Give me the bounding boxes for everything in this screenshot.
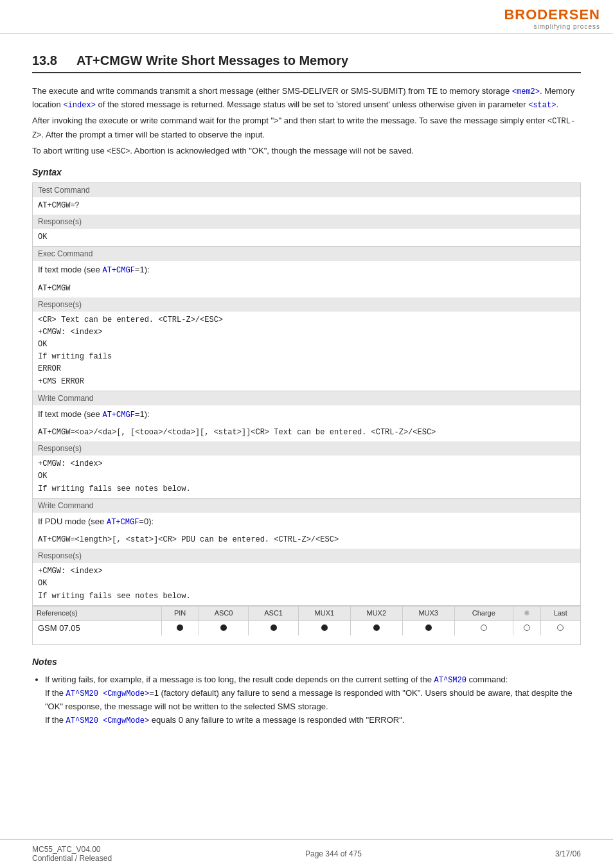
reference-table: Reference(s) PIN ASC0 ASC1 MUX1 MUX2 MUX… <box>33 606 580 635</box>
dot-empty-last <box>557 624 564 631</box>
test-command-response: OK <box>33 229 581 247</box>
ref-charge-dot <box>454 620 513 635</box>
desc-para1: The execute and write commands transmit … <box>32 85 581 112</box>
write-text-responses-label-row: Response(s) <box>33 441 581 456</box>
ref-header-asc1: ASC1 <box>249 606 299 620</box>
syntax-table: Test Command AT+CMGW=? Response(s) OK Ex… <box>32 182 581 645</box>
reference-section: Reference(s) PIN ASC0 ASC1 MUX1 MUX2 MUX… <box>33 605 581 644</box>
test-command-label: Test Command <box>33 182 581 197</box>
exec-command-response-row: <CR> Text can be entered. <CTRL-Z>/<ESC>… <box>33 312 581 391</box>
ref-header-pin: PIN <box>161 606 199 620</box>
write-text-code-row: AT+CMGW=<oa>/<da>[, [<tooa>/<toda>][, <s… <box>33 424 581 441</box>
write-pdu-mode-link[interactable]: AT+CMGF <box>107 518 139 527</box>
desc-para3: To abort writing use <ESC>. Abortion is … <box>32 145 581 158</box>
dot-filled-asc1 <box>271 624 277 631</box>
ref-pin-dot <box>161 620 199 635</box>
dot-empty-charge <box>481 624 487 631</box>
exec-command-code-row: AT+CMGW <box>33 280 581 297</box>
logo-text: BRODERSEN <box>504 6 600 23</box>
exec-command-code: AT+CMGW <box>33 280 581 297</box>
write-pdu-response-row: +CMGW: <index> OK If writing fails see n… <box>33 563 581 605</box>
ref-header-mux3: MUX3 <box>402 606 454 620</box>
footer-center: Page 344 of 475 <box>305 849 362 858</box>
write-pdu-responses-label: Response(s) <box>33 549 581 563</box>
write-text-label: Write Command <box>33 391 581 405</box>
ref-last-dot <box>540 620 580 635</box>
footer-left: MC55_ATC_V04.00 Confidential / Released <box>32 845 112 863</box>
exec-command-mode: If text mode (see AT+CMGF=1): <box>33 261 581 279</box>
dot-filled-mux1 <box>321 624 328 631</box>
section-title: AT+CMGW Write Short Messages to Memory <box>76 53 348 68</box>
note-item-1: If writing fails, for example, if a mess… <box>45 673 581 727</box>
ref-table-row: GSM 07.05 <box>33 620 580 635</box>
ref-icon-dot <box>513 620 540 635</box>
write-text-header-row: Write Command <box>33 391 581 405</box>
ref-header-last: Last <box>540 606 580 620</box>
write-text-code: AT+CMGW=<oa>/<da>[, [<tooa>/<toda>][, <s… <box>33 424 581 441</box>
ref-header-asc0: ASC0 <box>199 606 249 620</box>
test-command-header-row: Test Command <box>33 182 581 197</box>
write-text-mode: If text mode (see AT+CMGF=1): <box>33 405 581 424</box>
ref-mux1-dot <box>298 620 350 635</box>
page-footer: MC55_ATC_V04.00 Confidential / Released … <box>0 839 613 868</box>
page-header: BRODERSEN simplifying process <box>0 0 613 34</box>
write-text-mode-link[interactable]: AT+CMGF <box>102 411 134 420</box>
note-link-sm20-sub1[interactable]: AT^SM20 <CmgwMode> <box>66 689 150 698</box>
exec-command-mode-row: If text mode (see AT+CMGF=1): <box>33 261 581 279</box>
write-pdu-mode-row: If PDU mode (see AT+CMGF=0): <box>33 513 581 531</box>
notes-heading: Notes <box>32 657 581 667</box>
dot-filled-mux2 <box>373 624 380 631</box>
exec-command-link[interactable]: AT+CMGF <box>102 266 134 275</box>
write-text-response: +CMGW: <index> OK If writing fails see n… <box>33 456 581 498</box>
test-command-responses-label: Response(s) <box>33 215 581 229</box>
dot-filled-pin <box>177 624 183 631</box>
footer-doc-id: MC55_ATC_V04.00 <box>32 845 112 854</box>
write-pdu-header-row: Write Command <box>33 498 581 513</box>
dot-filled-asc0 <box>220 624 227 631</box>
write-pdu-code: AT+CMGW=<length>[, <stat>]<CR> PDU can b… <box>33 531 581 549</box>
ref-header-icon: ⚛ <box>513 606 540 620</box>
ref-gsm: GSM 07.05 <box>33 620 161 635</box>
test-command-code: AT+CMGW=? <box>33 197 581 215</box>
write-pdu-response: +CMGW: <index> OK If writing fails see n… <box>33 563 581 605</box>
ref-header-charge: Charge <box>454 606 513 620</box>
logo-sub: simplifying process <box>534 23 600 30</box>
test-command-code-row: AT+CMGW=? <box>33 197 581 215</box>
test-command-response-row: OK <box>33 229 581 247</box>
write-text-response-row: +CMGW: <index> OK If writing fails see n… <box>33 456 581 498</box>
ref-asc0-dot <box>199 620 249 635</box>
ref-mux3-dot <box>402 620 454 635</box>
footer-date: 3/17/06 <box>555 849 581 858</box>
write-pdu-mode: If PDU mode (see AT+CMGF=0): <box>33 513 581 531</box>
syntax-heading: Syntax <box>32 167 581 177</box>
description-block: The execute and write commands transmit … <box>32 85 581 158</box>
exec-command-header-row: Exec Command <box>33 247 581 261</box>
ref-header-mux2: MUX2 <box>350 606 402 620</box>
main-content: 13.8 AT+CMGW Write Short Messages to Mem… <box>0 34 613 744</box>
ref-header-mux1: MUX1 <box>298 606 350 620</box>
ref-asc1-dot <box>249 620 299 635</box>
exec-command-responses-label-row: Response(s) <box>33 297 581 312</box>
notes-list: If writing fails, for example, if a mess… <box>32 673 581 727</box>
note-link-sm20[interactable]: AT^SM20 <box>434 676 466 685</box>
exec-command-responses-label: Response(s) <box>33 297 581 312</box>
note-link-sm20-sub2[interactable]: AT^SM20 <CmgwMode> <box>66 716 150 725</box>
write-text-responses-label: Response(s) <box>33 441 581 456</box>
section-heading: 13.8 AT+CMGW Write Short Messages to Mem… <box>32 53 581 73</box>
dot-filled-mux3 <box>425 624 432 631</box>
footer-status: Confidential / Released <box>32 854 112 863</box>
write-pdu-code-row: AT+CMGW=<length>[, <stat>]<CR> PDU can b… <box>33 531 581 549</box>
test-command-response-label-row: Response(s) <box>33 215 581 229</box>
exec-command-response: <CR> Text can be entered. <CTRL-Z>/<ESC>… <box>33 312 581 391</box>
write-text-mode-row: If text mode (see AT+CMGF=1): <box>33 405 581 424</box>
ref-mux2-dot <box>350 620 402 635</box>
section-number: 13.8 <box>32 53 57 68</box>
desc-para2: After invoking the execute or write comm… <box>32 114 581 141</box>
ref-header-reference: Reference(s) <box>33 606 161 620</box>
dot-empty-icon <box>524 624 530 631</box>
exec-command-label: Exec Command <box>33 247 581 261</box>
ref-table-header: Reference(s) PIN ASC0 ASC1 MUX1 MUX2 MUX… <box>33 606 580 620</box>
write-pdu-label: Write Command <box>33 498 581 513</box>
logo-area: BRODERSEN simplifying process <box>504 6 600 30</box>
write-pdu-responses-label-row: Response(s) <box>33 549 581 563</box>
